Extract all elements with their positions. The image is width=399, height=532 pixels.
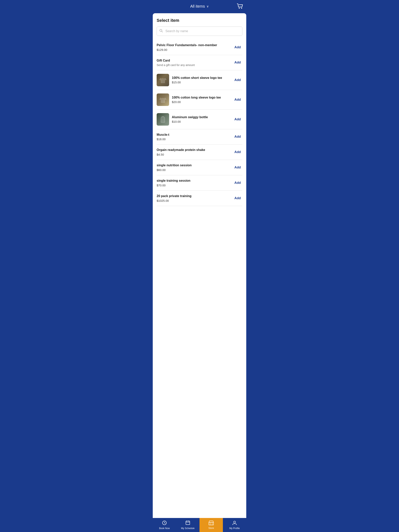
add-button[interactable]: Add [233, 196, 242, 201]
cart-icon [237, 4, 243, 9]
add-button[interactable]: Add [233, 134, 242, 139]
item-name: single training session [157, 179, 230, 183]
profile-icon [232, 520, 237, 526]
header-title-area[interactable]: All items ∨ [190, 4, 209, 9]
add-button[interactable]: Add [233, 77, 242, 83]
search-input[interactable] [157, 26, 242, 36]
main-content: Select item Pelvic Floor Fundamentals- n… [153, 13, 246, 532]
item-name: Gift Card [157, 59, 230, 63]
add-button[interactable]: Add [233, 117, 242, 122]
nav-item-book-now[interactable]: Book Now [153, 518, 176, 532]
item-name: Orgain readymade protein shake [157, 148, 230, 152]
item-name: 20 pack private training [157, 194, 230, 198]
list-item: 100% cotton long sleeve logo tee $20.00 … [157, 90, 242, 110]
item-name: Pelvic Floor Fundamentals- non-member [157, 43, 230, 47]
item-info: Gift Card Send a gift card for any amoun… [157, 59, 230, 67]
add-button[interactable]: Add [233, 180, 242, 186]
item-price: $4.50 [157, 153, 230, 156]
svg-rect-10 [209, 522, 213, 525]
item-name: 100% cotton long sleeve logo tee [172, 96, 230, 100]
svg-rect-4 [162, 116, 164, 117]
header-title: All items [190, 4, 205, 9]
item-price: $1025.00 [157, 199, 230, 202]
section-title: Select item [157, 18, 242, 23]
item-price: $18.00 [157, 138, 230, 141]
svg-point-1 [241, 8, 242, 9]
cart-button[interactable] [237, 4, 243, 9]
svg-point-13 [234, 521, 236, 523]
item-price: $15.00 [172, 81, 230, 84]
top-header: All items ∨ [153, 0, 246, 13]
item-price: $10.00 [172, 120, 230, 123]
list-item: Muscle-t $18.00 Add [157, 129, 242, 145]
item-name: Aluminum swiggy bottle [172, 115, 230, 119]
search-icon [159, 29, 163, 33]
list-item: single nutrition session $60.00 Add [157, 160, 242, 175]
nav-item-my-schedule[interactable]: My Schedule [176, 518, 200, 532]
add-button[interactable]: Add [233, 149, 242, 155]
store-icon [208, 520, 214, 526]
calendar-icon [162, 520, 167, 526]
item-price: $70.00 [157, 184, 230, 187]
bottom-nav: Book Now My Schedule [153, 518, 246, 532]
svg-rect-6 [186, 521, 190, 525]
item-price: $129.00 [157, 48, 230, 51]
nav-label-my-schedule: My Schedule [181, 527, 194, 530]
add-button[interactable]: Add [233, 97, 242, 102]
chevron-down-icon: ∨ [206, 5, 209, 8]
add-button[interactable]: Add [233, 60, 242, 65]
item-price: $20.00 [172, 100, 230, 104]
add-button[interactable]: Add [233, 44, 242, 50]
item-thumbnail [157, 74, 169, 86]
app-container: All items ∨ Select item [153, 0, 246, 532]
item-info: Muscle-t $18.00 [157, 133, 230, 141]
item-info: 100% cotton short sleeve logo tee $15.00 [172, 76, 230, 84]
nav-label-book-now: Book Now [159, 527, 170, 530]
item-name: 100% cotton short sleeve logo tee [172, 76, 230, 80]
item-thumbnail [157, 94, 169, 106]
list-item: 20 pack private training $1025.00 Add [157, 191, 242, 206]
item-description: Send a gift card for any amount [157, 63, 230, 67]
nav-label-my-profile: My Profile [229, 527, 240, 530]
nav-item-store[interactable]: Store [200, 518, 223, 532]
svg-point-0 [239, 8, 240, 9]
item-thumbnail [157, 113, 169, 126]
list-item: Pelvic Floor Fundamentals- non-member $1… [157, 40, 242, 55]
nav-item-my-profile[interactable]: My Profile [223, 518, 246, 532]
schedule-icon [185, 520, 190, 526]
item-info: Orgain readymade protein shake $4.50 [157, 148, 230, 156]
item-info: Aluminum swiggy bottle $10.00 [172, 115, 230, 123]
item-price: $60.00 [157, 168, 230, 171]
search-container [157, 26, 242, 36]
add-button[interactable]: Add [233, 165, 242, 170]
nav-label-store: Store [208, 527, 214, 529]
list-item: Gift Card Send a gift card for any amoun… [157, 55, 242, 70]
item-info: single training session $70.00 [157, 179, 230, 187]
items-list: Pelvic Floor Fundamentals- non-member $1… [157, 40, 242, 206]
item-info: 100% cotton long sleeve logo tee $20.00 [172, 96, 230, 104]
list-item: Aluminum swiggy bottle $10.00 Add [157, 110, 242, 129]
item-info: single nutrition session $60.00 [157, 163, 230, 171]
item-info: Pelvic Floor Fundamentals- non-member $1… [157, 43, 230, 51]
list-item: 100% cotton short sleeve logo tee $15.00… [157, 70, 242, 90]
svg-line-3 [162, 31, 163, 32]
item-info: 20 pack private training $1025.00 [157, 194, 230, 202]
item-name: Muscle-t [157, 133, 230, 137]
list-item: Orgain readymade protein shake $4.50 Add [157, 145, 242, 160]
item-name: single nutrition session [157, 163, 230, 167]
list-item: single training session $70.00 Add [157, 175, 242, 191]
